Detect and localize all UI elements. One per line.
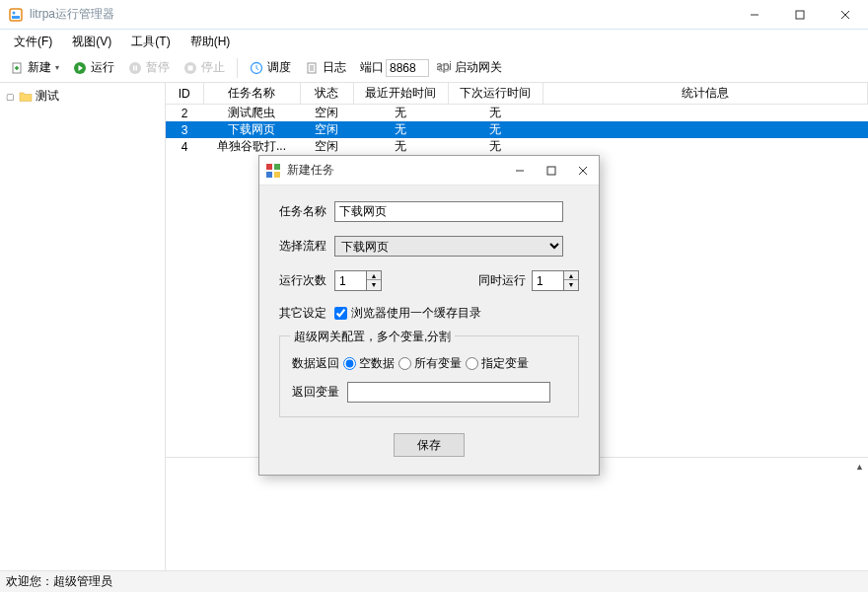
svg-rect-12 [136, 65, 138, 70]
spin-down-icon[interactable]: ▼ [564, 280, 578, 289]
log-icon [305, 61, 319, 75]
dialog-titlebar[interactable]: 新建任务 [259, 156, 599, 185]
log-button[interactable]: 日志 [299, 56, 352, 79]
port-input[interactable] [386, 59, 429, 77]
col-stats[interactable]: 统计信息 [542, 83, 868, 105]
col-name[interactable]: 任务名称 [203, 83, 300, 105]
dialog-icon [265, 163, 281, 179]
svg-rect-24 [266, 172, 272, 178]
new-label: 新建 [28, 59, 51, 76]
svg-rect-0 [10, 9, 22, 21]
tree-panel: ▢ 测试 [0, 83, 166, 570]
stop-label: 停止 [201, 59, 225, 76]
app-icon [8, 7, 24, 23]
dialog-maximize-button[interactable] [536, 156, 567, 185]
tree-root-item[interactable]: ▢ 测试 [6, 87, 159, 106]
play-icon [73, 61, 87, 75]
menubar: 文件(F) 视图(V) 工具(T) 帮助(H) [0, 30, 868, 53]
svg-rect-23 [274, 164, 280, 170]
schedule-button[interactable]: 调度 [244, 56, 297, 79]
run-label: 运行 [91, 59, 114, 76]
svg-rect-25 [274, 172, 280, 178]
minimize-button[interactable] [732, 0, 777, 30]
clock-icon [250, 61, 263, 75]
radio-all-vars[interactable]: 所有变量 [398, 355, 462, 372]
scroll-up-icon[interactable]: ▲ [851, 458, 868, 475]
collapse-icon[interactable]: ▢ [6, 92, 16, 102]
select-process-dropdown[interactable]: 下载网页 [334, 236, 563, 257]
window-titlebar: litrpa运行管理器 [0, 0, 868, 30]
task-name-input[interactable] [334, 201, 563, 222]
dialog-minimize-button[interactable] [504, 156, 536, 185]
return-var-label: 返回变量 [292, 384, 347, 401]
toolbar: 新建 ▾ 运行 暂停 停止 调度 日志 端口 api 启动网关 [0, 53, 868, 83]
svg-rect-27 [547, 167, 555, 175]
other-settings-label: 其它设定 [279, 305, 334, 322]
gateway-label: 启动网关 [455, 59, 502, 76]
data-return-label: 数据返回 [292, 355, 339, 372]
spin-up-icon[interactable]: ▲ [367, 271, 381, 280]
gateway-icon: api [437, 61, 451, 75]
new-task-dialog: 新建任务 任务名称 选择流程 下载网页 运行次数 ▲▼ 同时运行 ▲▼ [258, 155, 600, 476]
menu-tools[interactable]: 工具(T) [121, 31, 180, 53]
save-button[interactable]: 保存 [394, 433, 465, 457]
close-button[interactable] [823, 0, 868, 30]
window-title: litrpa运行管理器 [30, 6, 732, 23]
gateway-group: 超级网关配置，多个变量,分割 数据返回 空数据 所有变量 指定变量 返回变量 [279, 335, 579, 417]
svg-rect-14 [188, 65, 193, 70]
col-id[interactable]: ID [166, 83, 203, 105]
svg-point-1 [13, 11, 16, 14]
dialog-close-button[interactable] [567, 156, 599, 185]
col-last-start[interactable]: 最近开始时间 [353, 83, 448, 105]
stop-icon [183, 61, 197, 75]
menu-view[interactable]: 视图(V) [62, 31, 121, 53]
run-button[interactable]: 运行 [67, 56, 120, 79]
table-row[interactable]: 3 下载网页 空闲 无 无 [166, 121, 868, 138]
svg-point-10 [129, 62, 141, 74]
statusbar: 欢迎您：超级管理员 [0, 570, 868, 592]
radio-empty-data[interactable]: 空数据 [343, 355, 395, 372]
pause-icon [128, 61, 142, 75]
run-count-stepper[interactable]: ▲▼ [334, 270, 382, 291]
pause-button[interactable]: 暂停 [122, 56, 176, 79]
radio-specified-vars[interactable]: 指定变量 [466, 355, 529, 372]
svg-rect-4 [796, 11, 804, 19]
run-count-label: 运行次数 [279, 272, 334, 289]
folder-icon [19, 90, 33, 104]
log-label: 日志 [323, 59, 346, 76]
svg-rect-22 [266, 164, 272, 170]
dialog-title: 新建任务 [287, 162, 504, 179]
menu-help[interactable]: 帮助(H) [181, 31, 241, 53]
table-row[interactable]: 2 测试爬虫 空闲 无 无 [166, 105, 868, 122]
svg-rect-2 [12, 16, 20, 19]
svg-rect-11 [133, 65, 135, 70]
spin-down-icon[interactable]: ▼ [367, 280, 381, 289]
new-icon [10, 61, 24, 75]
select-process-label: 选择流程 [279, 238, 334, 255]
cache-checkbox-label: 浏览器使用一个缓存目录 [351, 305, 481, 322]
return-var-input[interactable] [347, 382, 550, 403]
schedule-label: 调度 [267, 59, 291, 76]
col-next-run[interactable]: 下次运行时间 [448, 83, 542, 105]
concurrent-label: 同时运行 [478, 272, 526, 289]
concurrent-stepper[interactable]: ▲▼ [532, 270, 579, 291]
tree-root-label: 测试 [36, 88, 59, 105]
task-name-label: 任务名称 [279, 203, 334, 220]
pause-label: 暂停 [146, 59, 170, 76]
spin-up-icon[interactable]: ▲ [564, 271, 578, 280]
maximize-button[interactable] [777, 0, 823, 30]
status-welcome: 欢迎您：超级管理员 [6, 573, 112, 590]
table-row[interactable]: 4 单独谷歌打... 空闲 无 无 [166, 138, 868, 155]
dropdown-icon: ▾ [55, 63, 59, 72]
cache-checkbox[interactable] [334, 307, 347, 320]
stop-button[interactable]: 停止 [178, 56, 231, 79]
start-gateway-button[interactable]: api 启动网关 [431, 56, 508, 79]
col-status[interactable]: 状态 [300, 83, 353, 105]
svg-text:api: api [437, 61, 451, 73]
new-button[interactable]: 新建 ▾ [4, 56, 65, 79]
gateway-group-title: 超级网关配置，多个变量,分割 [290, 329, 455, 345]
separator [237, 58, 238, 78]
port-label: 端口 [360, 59, 384, 76]
menu-file[interactable]: 文件(F) [4, 31, 62, 53]
